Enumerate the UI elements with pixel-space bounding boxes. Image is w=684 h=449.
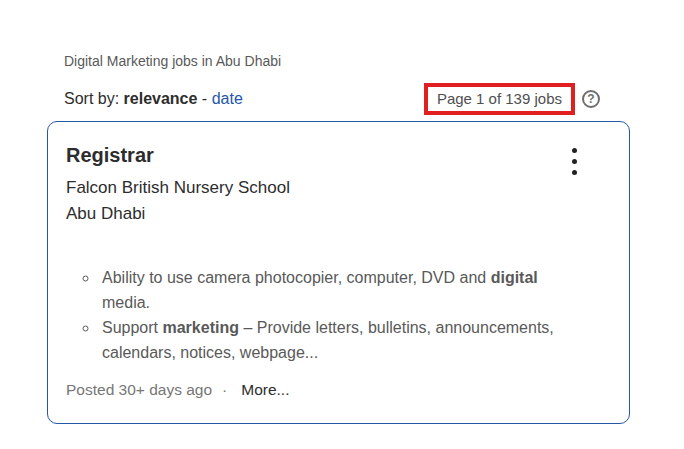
kebab-dot bbox=[572, 148, 577, 153]
job-card-header: Registrar Falcon British Nursery School … bbox=[66, 142, 611, 227]
job-title[interactable]: Registrar bbox=[66, 142, 290, 168]
job-card-heading-block: Registrar Falcon British Nursery School … bbox=[66, 142, 290, 227]
sort-separator: - bbox=[197, 90, 211, 107]
posted-date: Posted 30+ days ago bbox=[66, 381, 212, 399]
kebab-menu-icon[interactable] bbox=[562, 142, 587, 181]
breadcrumb: Digital Marketing jobs in Abu Dhabi bbox=[47, 52, 630, 70]
job-card[interactable]: Registrar Falcon British Nursery School … bbox=[47, 121, 630, 424]
job-card-footer: Posted 30+ days ago · More... bbox=[66, 381, 611, 399]
snippet-item: Ability to use camera photocopier, compu… bbox=[99, 265, 566, 315]
job-location: Abu Dhabi bbox=[66, 201, 290, 227]
kebab-dot bbox=[572, 170, 577, 175]
page-info-group: Page 1 of 139 jobs ? bbox=[424, 83, 600, 115]
job-snippet-list: Ability to use camera photocopier, compu… bbox=[66, 265, 566, 365]
footer-dot-separator: · bbox=[222, 381, 227, 399]
sort-by-label: Sort by: bbox=[64, 90, 124, 107]
help-icon[interactable]: ? bbox=[582, 90, 600, 108]
kebab-dot bbox=[572, 159, 577, 164]
sort-bar: Sort by: relevance - date Page 1 of 139 … bbox=[47, 83, 630, 115]
page-count-badge: Page 1 of 139 jobs bbox=[424, 83, 575, 115]
more-link[interactable]: More... bbox=[241, 381, 289, 399]
company-name: Falcon British Nursery School bbox=[66, 175, 290, 201]
snippet-item: Support marketing – Provide letters, bul… bbox=[99, 315, 566, 365]
sort-relevance-option[interactable]: relevance bbox=[124, 90, 198, 107]
search-results-page: Digital Marketing jobs in Abu Dhabi Sort… bbox=[47, 0, 630, 424]
sort-by-controls: Sort by: relevance - date bbox=[64, 90, 243, 108]
sort-date-link[interactable]: date bbox=[212, 90, 243, 107]
